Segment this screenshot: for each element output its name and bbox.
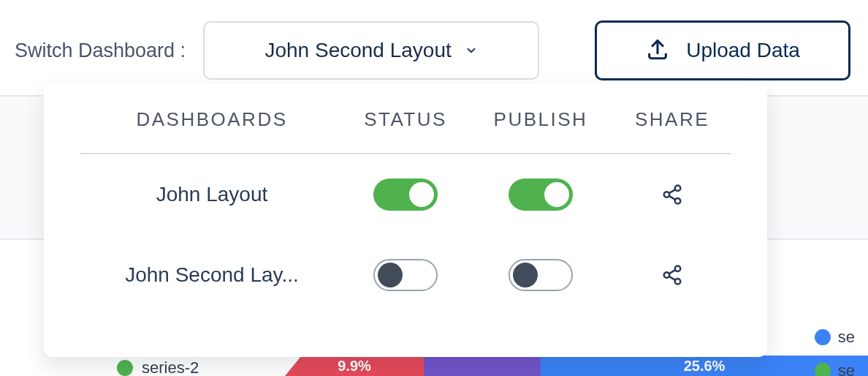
- toggle-knob: [513, 263, 538, 287]
- toggle-knob: [378, 263, 403, 287]
- panel-header-row: DASHBOARDS STATUS PUBLISH SHARE: [80, 108, 731, 154]
- dashboard-row-name[interactable]: John Layout: [80, 183, 343, 206]
- upload-data-button[interactable]: Upload Data: [595, 20, 850, 80]
- col-header-publish: PUBLISH: [468, 108, 614, 131]
- dashboard-row: John Second Lay...: [80, 235, 731, 315]
- toggle-knob: [544, 182, 569, 207]
- svg-line-10: [669, 270, 676, 274]
- col-header-dashboards: DASHBOARDS: [80, 108, 343, 131]
- legend-series2-fragment: series-2: [117, 358, 199, 376]
- svg-line-9: [669, 277, 676, 280]
- publish-toggle[interactable]: [509, 178, 573, 211]
- share-icon[interactable]: [660, 182, 685, 207]
- chart-segment-red: 9.9%: [285, 356, 424, 376]
- svg-line-5: [669, 189, 676, 193]
- svg-line-4: [669, 196, 676, 200]
- col-header-share: SHARE: [614, 108, 731, 131]
- col-header-status: STATUS: [343, 108, 468, 131]
- legend-dot-blue: [815, 329, 831, 345]
- dashboard-selector[interactable]: John Second Layout: [203, 21, 539, 80]
- legend-series2-label: series-2: [142, 358, 199, 376]
- status-toggle[interactable]: [373, 259, 438, 291]
- dashboard-selector-value: John Second Layout: [264, 39, 451, 62]
- legend-item-1: se: [815, 328, 855, 347]
- toggle-knob: [409, 182, 434, 207]
- status-toggle[interactable]: [373, 178, 438, 211]
- legend-item-2: se: [815, 361, 855, 376]
- legend-dot-green: [117, 360, 133, 376]
- chart-segment-purple: [424, 356, 541, 376]
- dashboard-dropdown-panel: DASHBOARDS STATUS PUBLISH SHARE John Lay…: [44, 83, 767, 357]
- switch-dashboard-label: Switch Dashboard :: [15, 40, 186, 62]
- chevron-down-icon: [465, 44, 478, 57]
- share-icon[interactable]: [660, 263, 685, 287]
- dashboard-row-name[interactable]: John Second Lay...: [80, 263, 343, 287]
- publish-toggle[interactable]: [509, 259, 573, 291]
- legend-dot-green-2: [815, 363, 831, 376]
- legend-label-1: se: [838, 328, 855, 347]
- legend-label-2: se: [838, 361, 855, 376]
- upload-data-label: Upload Data: [686, 39, 800, 62]
- chart-bar-fragment: 9.9% 25.6%: [285, 356, 868, 376]
- upload-icon: [645, 37, 670, 64]
- dashboard-row: John Layout: [80, 154, 731, 235]
